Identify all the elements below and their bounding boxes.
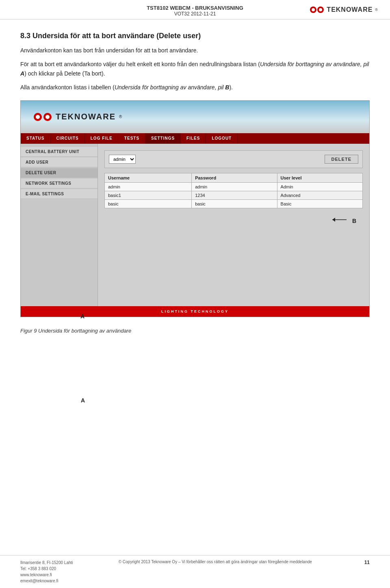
col-username: Username (105, 173, 192, 182)
cell-user-level: Admin (277, 182, 362, 191)
table-row: admin admin Admin (105, 182, 363, 191)
nav-files[interactable]: FILES (181, 133, 206, 144)
logo-symbol (310, 4, 324, 15)
logo-text: TEKNOWARE (327, 6, 373, 13)
sidebar-item-add-user[interactable]: ADD USER (21, 158, 98, 167)
document-body: 8.3 Undersida för att ta bort användare … (0, 19, 390, 350)
cell-username: basic1 (105, 191, 192, 199)
sidebar-item-email-settings[interactable]: E-MAIL SETTINGS (21, 189, 98, 199)
cell-username: basic (105, 199, 192, 208)
teknoware-logo: TEKNOWARE ® (310, 4, 378, 15)
svg-point-2 (312, 8, 315, 11)
screenshot: TEKNOWARE ® STATUS CIRCUITS LOG FILE TES… (20, 100, 370, 317)
document-header: TST8102 WEBCM - BRUKSANVISNING VOT32 201… (0, 0, 390, 19)
app-content: CENTRAL BATTERY UNIT ADD USER DELETE USE… (21, 144, 369, 306)
cell-password: 1234 (192, 191, 277, 199)
svg-point-3 (319, 8, 322, 11)
nav-logout[interactable]: LOGOUT (206, 133, 238, 144)
delete-form: admin basic1 basic DELETE (104, 150, 363, 168)
app-nav-bar: STATUS CIRCUITS LOG FILE TESTS SETTINGS … (21, 133, 369, 144)
cell-username: admin (105, 182, 192, 191)
nav-status[interactable]: STATUS (21, 133, 51, 144)
app-logo-symbol (33, 110, 52, 124)
paragraph-3: Alla användarkonton listas i tabellen (U… (20, 83, 370, 92)
app-logo: TEKNOWARE ® (33, 110, 122, 124)
arrow-a-label: A (81, 397, 85, 404)
nav-circuits[interactable]: CIRCUITS (51, 133, 85, 144)
svg-marker-9 (332, 218, 335, 222)
document-footer: Ilmarisentie 8, FI-15200 Lahti Tel: +358… (0, 555, 390, 588)
cell-password: admin (192, 182, 277, 191)
delete-button[interactable]: DELETE (325, 155, 358, 164)
app-header: TEKNOWARE ® (21, 101, 369, 133)
cell-user-level: Basic (277, 199, 362, 208)
sidebar-item-delete-user[interactable]: DELETE USER (21, 168, 98, 178)
svg-point-6 (36, 115, 40, 119)
arrow-a-label-below: A (80, 313, 370, 320)
table-row: basic1 1234 Advanced (105, 191, 363, 199)
sidebar-item-central-battery[interactable]: CENTRAL BATTERY UNIT (21, 147, 98, 157)
users-table-section: Username Password User level admin admin… (104, 173, 363, 208)
app-main-panel: admin basic1 basic DELETE Username Passw… (98, 144, 369, 306)
user-select-dropdown[interactable]: admin basic1 basic (109, 155, 136, 164)
arrow-b-svg (330, 214, 351, 226)
figure-caption: Figur 9 Undersida för borttagning av anv… (20, 328, 370, 334)
col-user-level: User level (277, 173, 362, 182)
footer-address: Ilmarisentie 8, FI-15200 Lahti Tel: +358… (20, 560, 73, 584)
col-password: Password (192, 173, 277, 182)
table-row: basic basic Basic (105, 199, 363, 208)
nav-log-file[interactable]: LOG FILE (85, 133, 119, 144)
app-footer-text: LIGHTING TECHNOLOGY (161, 309, 229, 313)
nav-tests[interactable]: TESTS (119, 133, 145, 144)
paragraph-1: Användarkonton kan tas bort från undersi… (20, 46, 370, 55)
paragraph-2: För att ta bort ett användarkonto väljer… (20, 60, 370, 78)
app-logo-text: TEKNOWARE (56, 112, 116, 121)
sidebar-item-network-settings[interactable]: NETWORK SETTINGS (21, 179, 98, 188)
app-sidebar: CENTRAL BATTERY UNIT ADD USER DELETE USE… (21, 144, 98, 306)
section-title: 8.3 Undersida för att ta bort användare … (20, 32, 370, 40)
footer-page-number: 11 (358, 560, 370, 565)
nav-settings[interactable]: SETTINGS (145, 133, 181, 144)
footer-copyright: © Copyright 2013 Teknoware Oy – Vi förbe… (73, 560, 358, 564)
cell-password: basic (192, 199, 277, 208)
cell-user-level: Advanced (277, 191, 362, 199)
arrow-b-label: B (352, 218, 356, 224)
users-table: Username Password User level admin admin… (104, 173, 363, 208)
svg-point-7 (46, 115, 50, 119)
